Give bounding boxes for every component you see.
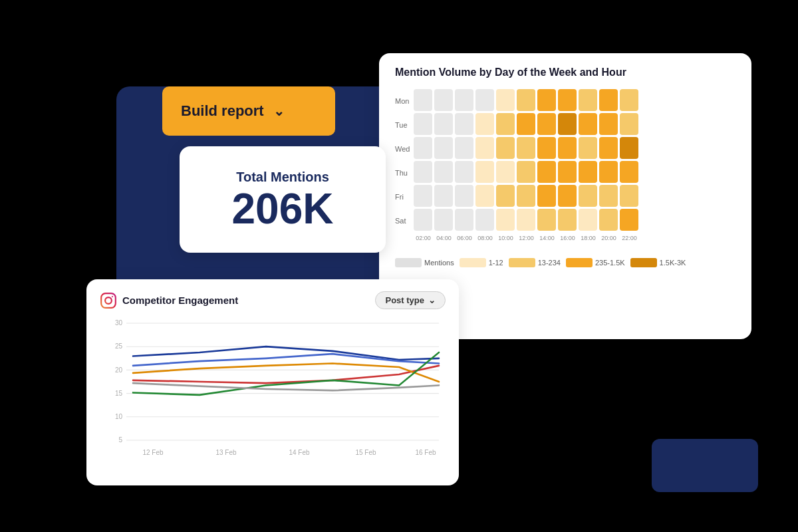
heatmap-cell [414,209,432,231]
svg-rect-0 [101,293,116,308]
post-type-label: Post type [385,295,424,305]
legend-1.5k-3k: 1.5K-3K [630,258,686,267]
svg-text:13 Feb: 13 Feb [215,448,236,457]
heatmap-cell [579,161,597,183]
heatmap-cell [496,137,515,159]
heatmap-title: Mention Volume by Day of the Week and Ho… [395,66,735,78]
heatmap-cell [455,89,473,111]
engagement-header: Competitor Engagement Post type ⌄ [100,291,446,309]
heatmap-cell [455,137,473,159]
svg-text:10: 10 [115,412,122,421]
heatmap-cell [475,209,494,231]
hour-label: 16:00 [558,235,577,241]
heatmap-cell [558,89,577,111]
heatmap-row [414,137,735,159]
heatmap-cell [579,185,597,207]
svg-text:15: 15 [115,388,122,397]
heatmap-cell [517,113,535,135]
legend-1-12: 1-12 [460,258,503,267]
hour-label: 20:00 [599,235,618,241]
heatmap-cell [579,209,597,231]
heatmap-cell [517,161,535,183]
heatmap-row [414,185,735,207]
day-mon: Mon [395,89,410,113]
heatmap-cell [579,89,597,111]
heatmap-cell [620,185,638,207]
heatmap-cell [496,89,515,111]
heatmap-cell [517,137,535,159]
post-type-button[interactable]: Post type ⌄ [375,291,446,309]
heatmap-cell [455,209,473,231]
heatmap-cell [537,185,556,207]
heatmap-cell [599,185,618,207]
hour-label: 04:00 [434,235,453,241]
heatmap-cell [599,113,618,135]
day-fri: Fri [395,185,410,209]
heatmap-cell [537,161,556,183]
day-tue: Tue [395,113,410,137]
svg-point-1 [105,297,112,304]
day-sat: Sat [395,209,410,233]
build-report-button[interactable]: Build report ⌄ [162,86,335,136]
heatmap-cell [517,185,535,207]
heatmap-cell [558,185,577,207]
svg-text:30: 30 [115,319,122,327]
heatmap-cell [620,161,638,183]
legend-mentions: Mentions [395,258,454,267]
heatmap-cell [517,209,535,231]
heatmap-cell [620,89,638,111]
heatmap-cell [496,113,515,135]
heatmap-cell [537,209,556,231]
heatmap-cell [434,185,453,207]
legend-13-234: 13-234 [509,258,561,267]
heatmap-row [414,113,735,135]
engagement-card: Competitor Engagement Post type ⌄ 30 25 … [86,279,459,485]
heatmap-cell [599,209,618,231]
chevron-down-icon: ⌄ [273,103,285,119]
heatmap-cell [434,161,453,183]
hour-label: 18:00 [579,235,597,241]
heatmap-cells: 02:0004:0006:0008:0010:0012:0014:0016:00… [414,89,735,251]
day-thu: Thu [395,161,410,185]
heatmap-row [414,89,735,111]
heatmap-cell [620,113,638,135]
heatmap-cell [414,89,432,111]
heatmap-cell [620,137,638,159]
hour-label: 10:00 [496,235,515,241]
heatmap-cell [455,161,473,183]
heatmap-cell [558,137,577,159]
heatmap-cell [414,113,432,135]
heatmap-cell [496,209,515,231]
engagement-title-group: Competitor Engagement [100,292,238,309]
heatmap-legend: Mentions 1-12 13-234 235-1.5K 1.5K-3K [395,258,735,267]
svg-point-2 [112,295,113,297]
heatmap-cell [414,185,432,207]
navy-accent-block [652,439,758,492]
heatmap-cell [537,137,556,159]
heatmap-cell [434,209,453,231]
heatmap-cell [537,113,556,135]
heatmap-cell [434,89,453,111]
heatmap-cell [475,185,494,207]
day-labels: Mon Tue Wed Thu Fri Sat [395,89,410,251]
hour-label: 02:00 [414,235,432,241]
heatmap-cell [558,209,577,231]
heatmap-cell [414,161,432,183]
heatmap-cell [579,137,597,159]
heatmap-cell [434,113,453,135]
svg-text:16 Feb: 16 Feb [415,448,436,457]
heatmap-cell [599,137,618,159]
heatmap-grid: Mon Tue Wed Thu Fri Sat 02:0004:0006:000… [395,89,735,251]
engagement-title: Competitor Engagement [122,295,238,306]
svg-text:15 Feb: 15 Feb [355,448,376,457]
heatmap-cell [537,89,556,111]
heatmap-cell [558,113,577,135]
total-mentions-card: Total Mentions 206K [180,146,386,253]
legend-235-1.5k: 235-1.5K [566,258,625,267]
heatmap-row [414,209,735,231]
heatmap-row [414,161,735,183]
heatmap-cell [599,161,618,183]
svg-text:14 Feb: 14 Feb [289,448,309,457]
hour-label: 14:00 [537,235,556,241]
heatmap-cell [620,209,638,231]
